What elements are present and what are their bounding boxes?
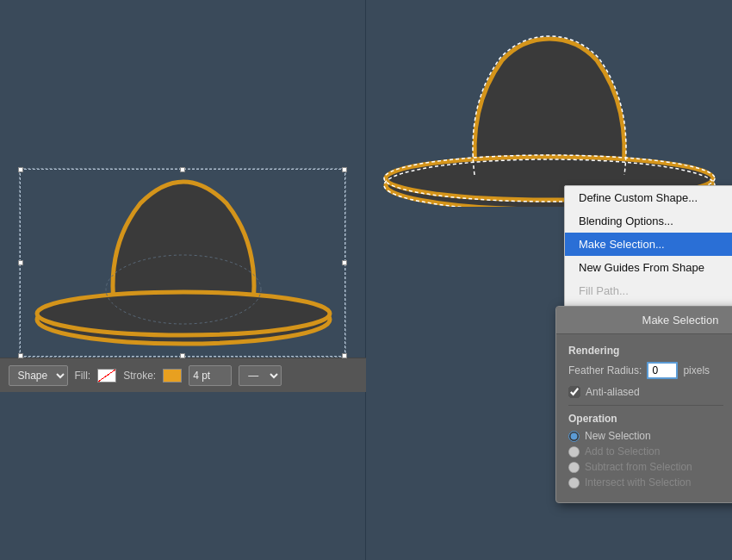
stroke-size-input[interactable] — [189, 365, 232, 386]
hat-canvas-left — [28, 177, 338, 350]
pixels-label: pixels — [683, 364, 710, 376]
handle-br[interactable] — [342, 353, 347, 358]
stroke-style-select[interactable]: — — [239, 365, 282, 386]
radio-subtract-selection-label: Subtract from Selection — [585, 461, 692, 473]
radio-subtract-from-selection: Subtract from Selection — [568, 461, 723, 473]
context-menu-item-fill-path: Fill Path... — [565, 279, 732, 302]
feather-row: Feather Radius: pixels — [568, 362, 723, 379]
handle-mr[interactable] — [342, 260, 347, 265]
radio-add-selection-label: Add to Selection — [585, 445, 660, 457]
stroke-label: Stroke: — [123, 370, 156, 382]
handle-tl[interactable] — [18, 167, 23, 172]
handle-bl[interactable] — [18, 353, 23, 358]
dialog-title: Make Selection — [556, 307, 732, 334]
canvas-area — [19, 168, 346, 358]
context-menu-item-new-guides[interactable]: New Guides From Shape — [565, 256, 732, 279]
context-menu-item-blending-options[interactable]: Blending Options... — [565, 209, 732, 233]
handle-bc[interactable] — [180, 353, 185, 358]
feather-input[interactable] — [647, 362, 678, 379]
operation-section: Operation New Selection Add to Selection… — [568, 413, 723, 488]
anti-aliased-label: Anti-aliased — [586, 386, 640, 398]
dialog-body: Rendering Feather Radius: pixels Anti-al… — [556, 334, 732, 502]
rendering-section-label: Rendering — [568, 345, 723, 357]
stroke-color-box[interactable] — [163, 369, 182, 383]
fill-box — [97, 369, 116, 383]
radio-new-selection: New Selection — [568, 430, 723, 442]
radio-intersect-selection-input[interactable] — [568, 477, 580, 488]
anti-aliased-row: Anti-aliased — [568, 386, 723, 398]
radio-new-selection-input[interactable] — [568, 431, 580, 442]
radio-add-selection-input[interactable] — [568, 446, 580, 457]
handle-ml[interactable] — [18, 260, 23, 265]
radio-subtract-selection-input[interactable] — [568, 462, 580, 473]
radio-add-to-selection: Add to Selection — [568, 445, 723, 457]
fill-indicator[interactable] — [97, 369, 116, 383]
anti-aliased-checkbox[interactable] — [568, 386, 580, 398]
context-menu-item-define-custom-shape[interactable]: Define Custom Shape... — [565, 186, 732, 209]
toolbar: Shape Fill: Stroke: — — [0, 358, 366, 392]
make-selection-dialog: Make Selection Rendering Feather Radius:… — [555, 306, 732, 503]
radio-new-selection-label: New Selection — [585, 430, 651, 442]
context-menu-item-make-selection[interactable]: Make Selection... — [565, 233, 732, 256]
radio-intersect-selection-label: Intersect with Selection — [585, 476, 691, 488]
fill-diagonal-icon — [98, 370, 115, 382]
right-panel: .sel-dash { stroke-dasharray: 4,3; anima… — [366, 0, 732, 560]
radio-intersect-with-selection: Intersect with Selection — [568, 476, 723, 488]
handle-tr[interactable] — [342, 167, 347, 172]
fill-label: Fill: — [75, 370, 91, 382]
shape-mode-select[interactable]: Shape — [9, 365, 68, 386]
operation-section-label: Operation — [568, 413, 723, 425]
section-divider — [568, 405, 723, 406]
svg-point-1 — [37, 292, 330, 335]
left-panel: Shape Fill: Stroke: — — [0, 0, 366, 560]
handle-tc[interactable] — [180, 167, 185, 172]
main-area: Shape Fill: Stroke: — .sel-dash { stroke… — [0, 0, 732, 560]
dialog-left: Rendering Feather Radius: pixels Anti-al… — [568, 345, 723, 492]
hat-canvas-right: .sel-dash { stroke-dasharray: 4,3; anima… — [377, 34, 722, 207]
feather-label: Feather Radius: — [568, 364, 642, 376]
